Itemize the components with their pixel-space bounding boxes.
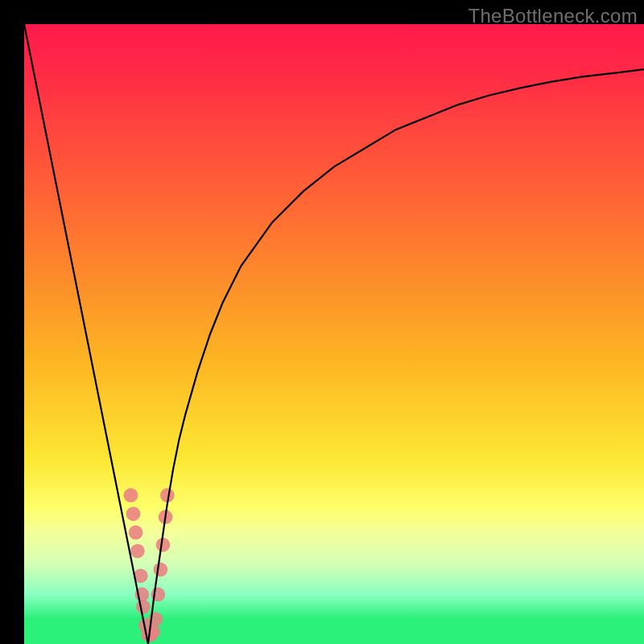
outer-frame: TheBottleneck.com <box>0 0 644 644</box>
marker-dot <box>129 526 143 540</box>
marker-dot <box>124 488 138 502</box>
curves-layer <box>24 24 644 644</box>
marker-dot <box>126 506 141 521</box>
marker-dot <box>146 625 160 639</box>
marker-dot <box>154 563 168 577</box>
right-branch-curve <box>148 69 644 644</box>
watermark-text: TheBottleneck.com <box>468 5 638 27</box>
marker-dot <box>130 544 145 559</box>
plot-area <box>24 24 644 644</box>
left-branch-curve <box>24 24 148 644</box>
marker-dot <box>136 600 151 614</box>
